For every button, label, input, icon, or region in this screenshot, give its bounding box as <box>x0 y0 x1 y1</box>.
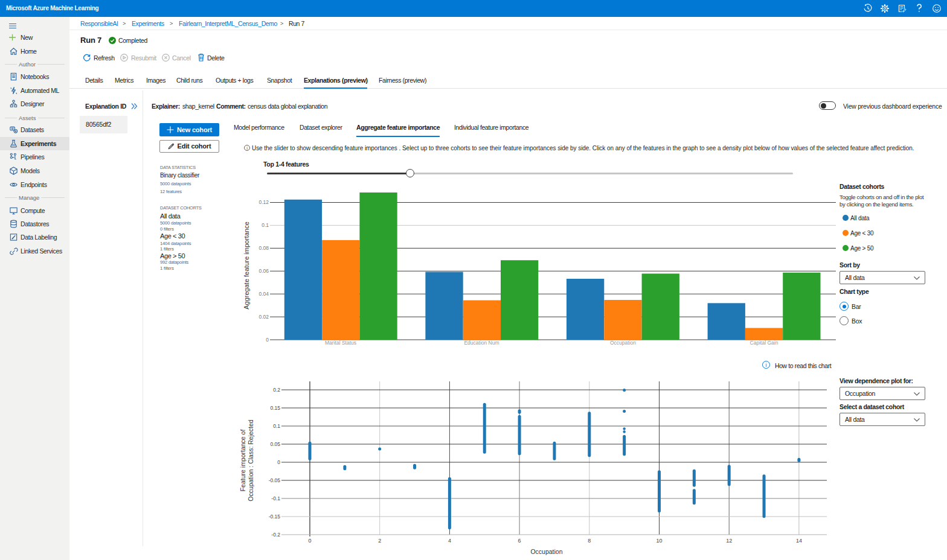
svg-text:0.04: 0.04 <box>258 291 269 297</box>
svg-text:8: 8 <box>588 538 591 544</box>
svg-text:0.02: 0.02 <box>258 314 269 320</box>
svg-text:12: 12 <box>726 538 732 544</box>
svg-text:0.08: 0.08 <box>258 245 269 251</box>
svg-text:2: 2 <box>378 538 381 544</box>
svg-text:0.1: 0.1 <box>262 222 269 228</box>
svg-text:Occupation: Occupation <box>610 340 636 346</box>
svg-text:-0.2: -0.2 <box>271 532 280 538</box>
svg-text:0.1: 0.1 <box>273 423 280 429</box>
svg-text:Occupation: Occupation <box>530 548 562 555</box>
svg-text:Education Num: Education Num <box>464 340 499 346</box>
svg-text:14: 14 <box>796 538 802 544</box>
svg-text:Aggregate feature importance: Aggregate feature importance <box>243 221 250 310</box>
svg-text:Feature importance ofOccupatio: Feature importance ofOccupation : Class:… <box>239 419 255 501</box>
svg-text:0: 0 <box>277 459 280 465</box>
svg-text:0: 0 <box>266 337 269 343</box>
svg-text:-0.1: -0.1 <box>271 495 280 501</box>
svg-text:0.05: 0.05 <box>270 441 280 447</box>
svg-text:Capital Gain: Capital Gain <box>750 340 778 346</box>
svg-text:0.06: 0.06 <box>258 268 269 274</box>
svg-text:0.15: 0.15 <box>270 405 280 411</box>
svg-text:0.2: 0.2 <box>273 387 280 393</box>
svg-text:6: 6 <box>518 538 521 544</box>
svg-text:Marital Status: Marital Status <box>325 340 356 346</box>
svg-text:-0.15: -0.15 <box>269 514 281 520</box>
svg-text:10: 10 <box>656 538 662 544</box>
svg-text:0.12: 0.12 <box>258 199 269 205</box>
svg-text:0: 0 <box>308 538 311 544</box>
svg-text:4: 4 <box>448 538 451 544</box>
svg-text:-0.05: -0.05 <box>269 477 281 483</box>
